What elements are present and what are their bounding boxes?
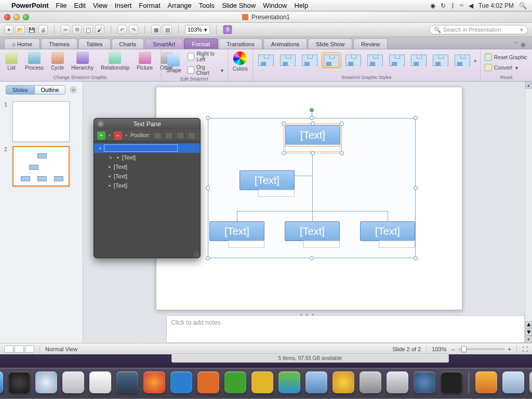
text-pane-add-button[interactable]: + xyxy=(97,131,105,140)
timemachine-icon[interactable]: ↻ xyxy=(441,2,446,9)
smartart-list-button[interactable]: List xyxy=(3,50,20,72)
new-slide-button[interactable]: ▦ xyxy=(151,25,161,34)
view-slideshow-button[interactable] xyxy=(25,345,34,353)
slide-layout-button[interactable]: ▤ xyxy=(163,25,172,34)
wifi-icon[interactable]: ⌔ xyxy=(460,2,463,9)
tab-tables[interactable]: Tables xyxy=(78,38,111,49)
spotlight-icon[interactable]: 🔍 xyxy=(519,2,527,9)
position-btn-1[interactable] xyxy=(153,132,162,139)
tab-review[interactable]: Review xyxy=(353,38,388,49)
tab-home[interactable]: Home xyxy=(4,38,40,49)
dock-quicktime-icon[interactable] xyxy=(414,371,435,393)
org-node-assistant[interactable]: [Text] xyxy=(240,170,295,197)
text-pane-input[interactable] xyxy=(104,145,177,151)
text-pane-titlebar[interactable]: × Text Pane xyxy=(94,118,200,130)
style-thumb-8[interactable] xyxy=(409,52,429,68)
styles-more-button[interactable]: ▸ xyxy=(474,58,477,63)
menu-arrange[interactable]: Arrange xyxy=(168,2,192,9)
resize-handle-tl[interactable] xyxy=(206,116,210,120)
menu-window[interactable]: Window xyxy=(263,2,287,9)
dock-itunes-icon[interactable] xyxy=(332,371,354,393)
resize-handle-br[interactable] xyxy=(414,256,418,260)
text-pane-remove-button[interactable]: – xyxy=(114,131,122,140)
minimize-window-button[interactable] xyxy=(14,14,20,20)
clock[interactable]: Tue 4:02 PM xyxy=(478,2,514,9)
text-pane-item-0[interactable]: • xyxy=(94,143,200,153)
dock-rdp-icon[interactable] xyxy=(360,371,381,393)
view-sorter-button[interactable] xyxy=(15,345,24,353)
menu-file[interactable]: File xyxy=(56,2,67,9)
position-btn-2[interactable] xyxy=(165,132,173,139)
search-field[interactable]: 🔍Search in Presentation▾ xyxy=(429,25,528,34)
menu-view[interactable]: View xyxy=(93,2,108,9)
close-window-button[interactable] xyxy=(4,14,10,20)
scroll-up-button[interactable]: ▴ xyxy=(525,82,532,89)
dock-dashboard-icon[interactable] xyxy=(8,371,30,393)
smartart-relationship-button[interactable]: Relationship xyxy=(99,50,131,72)
ribbon-settings-icon[interactable]: ✲ xyxy=(521,42,526,49)
rotate-handle[interactable] xyxy=(310,108,314,112)
shape-button[interactable]: Shape xyxy=(164,53,183,74)
menu-tools[interactable]: Tools xyxy=(199,2,215,9)
org-node-child-1[interactable]: [Text] xyxy=(209,221,264,248)
resize-handle-t[interactable] xyxy=(310,116,314,120)
dock-terminal-icon[interactable] xyxy=(441,371,462,393)
tab-smartart[interactable]: SmartArt xyxy=(145,38,183,49)
colors-button[interactable]: Colors xyxy=(231,50,249,73)
style-thumb-7[interactable] xyxy=(387,52,407,68)
menu-insert[interactable]: Insert xyxy=(115,2,132,9)
org-node-child-2[interactable]: [Text] xyxy=(285,221,340,248)
style-thumb-10[interactable] xyxy=(453,52,472,68)
slides-tab[interactable]: Slides xyxy=(6,85,34,95)
zoom-slider[interactable]: – + xyxy=(451,346,511,352)
tab-animations[interactable]: Animations xyxy=(263,38,307,49)
menu-help[interactable]: Help xyxy=(294,2,308,9)
slide-thumb-1[interactable]: 1 xyxy=(0,99,83,144)
slide-thumb-2[interactable]: 2 xyxy=(0,144,83,189)
fit-to-window-button[interactable]: ⛶ xyxy=(522,346,528,352)
dock-communicator-icon[interactable] xyxy=(305,371,327,393)
prev-slide-button[interactable]: ⯅ xyxy=(525,321,532,328)
next-slide-button[interactable]: ⯆ xyxy=(525,328,532,336)
text-pane-item-4[interactable]: •[Text] xyxy=(94,181,200,190)
tab-themes[interactable]: Themes xyxy=(41,38,77,49)
dock-applications-icon[interactable] xyxy=(475,371,497,393)
style-thumb-2[interactable] xyxy=(278,52,298,68)
position-btn-3[interactable] xyxy=(176,132,184,139)
print-button[interactable]: 🖨 xyxy=(38,25,48,34)
tab-format[interactable]: Format xyxy=(184,38,218,49)
ribbon-collapse-icon[interactable]: ˇ xyxy=(515,42,517,49)
volume-icon[interactable]: ◀ xyxy=(469,2,473,9)
org-node-child-3[interactable]: [Text] xyxy=(360,221,415,248)
smartart-cycle-button[interactable]: Cycle xyxy=(49,50,66,72)
position-btn-4[interactable] xyxy=(188,132,196,139)
paste-button[interactable]: 📋 xyxy=(84,25,93,34)
resize-handle-bl[interactable] xyxy=(206,256,210,260)
org-node-root[interactable]: [Text] xyxy=(284,124,342,153)
zoom-in-button[interactable]: + xyxy=(508,346,511,352)
cut-button[interactable]: ✂ xyxy=(61,25,70,34)
dock-firefox-icon[interactable] xyxy=(143,371,165,393)
text-pane-resize-grip[interactable] xyxy=(194,251,199,257)
style-thumb-3[interactable] xyxy=(300,52,320,68)
style-thumb-9[interactable] xyxy=(431,52,450,68)
dock-finder-icon[interactable] xyxy=(0,371,3,393)
style-thumb-1[interactable] xyxy=(256,52,276,68)
smartart-picture-button[interactable]: Picture xyxy=(135,50,155,72)
right-to-left-button[interactable]: Right to Left xyxy=(187,50,224,63)
zoom-combo[interactable]: 103%▾ xyxy=(185,25,210,34)
style-thumb-6[interactable] xyxy=(365,52,385,68)
scroll-down-button[interactable]: ▾ xyxy=(525,336,532,343)
org-chart-button[interactable]: Org Chart▾ xyxy=(187,64,224,76)
smartart-hierarchy-button[interactable]: Hierarchy xyxy=(69,50,96,72)
resize-handle-b[interactable] xyxy=(310,256,314,260)
reset-graphic-button[interactable]: Reset Graphic xyxy=(484,52,529,62)
notes-area[interactable]: Click to add notes xyxy=(166,315,525,343)
outline-tab[interactable]: Outline xyxy=(34,85,66,95)
redo-button[interactable]: ↷ xyxy=(129,25,138,34)
dock-messenger-icon[interactable] xyxy=(278,371,300,393)
dock-preview-icon[interactable] xyxy=(116,371,138,393)
dock-mail-icon[interactable] xyxy=(62,371,84,393)
dock-automator-icon[interactable] xyxy=(387,371,408,393)
dock-powerpoint-icon[interactable] xyxy=(197,371,219,393)
